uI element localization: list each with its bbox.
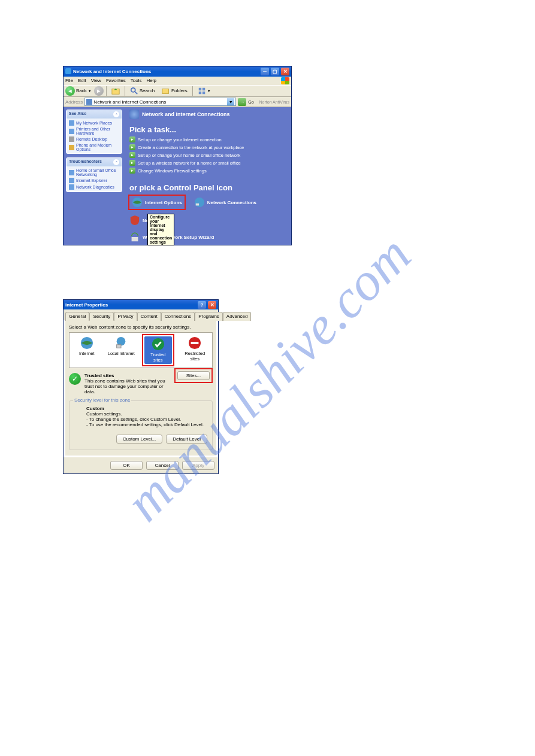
highlight-box: Sites... [174,368,213,383]
ok-button[interactable]: OK [110,461,143,470]
menu-file[interactable]: File [65,78,73,83]
sites-button[interactable]: Sites... [177,371,210,380]
phone-modem-icon [69,145,74,150]
menu-favorites[interactable]: Favorites [106,78,126,83]
zone-restricted-sites[interactable]: Restricted sites [181,336,208,364]
tooltip: Configure your Internet display and conn… [147,214,174,245]
cancel-button[interactable]: Cancel [146,461,179,470]
up-button[interactable] [109,86,122,96]
trusted-title: Trusted sites [84,373,170,378]
apply-button[interactable]: Apply [182,461,214,470]
help-icon [69,170,74,175]
network-connections-icon-link[interactable]: Network Connections [194,196,256,209]
tab-privacy[interactable]: Privacy [114,312,137,321]
zone-trusted-sites[interactable]: Trusted sites [144,336,172,364]
category-icon [129,110,139,119]
views-button[interactable]: ▼ [195,86,213,96]
custom-level-button[interactable]: Custom Level... [116,435,163,444]
close-button[interactable]: ✕ [281,68,289,75]
sidebar-item-network-places[interactable]: My Network Places [69,120,119,126]
close-button[interactable]: ✕ [208,301,216,309]
chevron-up-icon: ⌃ [113,111,119,117]
app-icon [65,68,71,74]
task-internet-connection[interactable]: ▸Set up or change your Internet connecti… [129,136,286,142]
menu-bar: File Edit View Favorites Tools Help [64,77,291,85]
item-label: Printers and Other Hardware [76,127,119,135]
tab-connections[interactable]: Connections [161,312,195,321]
svg-rect-5 [202,88,205,90]
troubleshooters-header[interactable]: Troubleshooters ⌃ [67,158,122,166]
main-header-label: Network and Internet Connections [142,111,230,117]
task-workplace-connection[interactable]: ▸Create a connection to the network at y… [129,144,286,150]
go-button[interactable]: → [238,98,246,106]
menu-tools[interactable]: Tools [131,78,142,83]
tab-advanced[interactable]: Advanced [223,312,252,321]
back-button[interactable]: ◄ Back ▼ [65,86,92,96]
task-label: Create a connection to the network at yo… [138,145,244,150]
views-dropdown-icon: ▼ [207,89,211,93]
address-dropdown-icon[interactable]: ▼ [227,98,234,105]
tab-general[interactable]: General [65,312,89,321]
side-panel: See Also ⌃ My Network Places Printers an… [64,107,125,245]
menu-edit[interactable]: Edit [78,78,86,83]
norton-label: Norton AntiVirus [259,100,289,104]
tab-content[interactable]: Content [137,312,161,321]
tab-body: Select a Web content zone to specify its… [65,320,216,456]
address-input[interactable]: Network and Internet Connections ▼ [84,98,236,106]
zone-local-intranet[interactable]: Local intranet [107,336,135,364]
task-label: Change Windows Firewall settings [138,168,207,174]
sidebar-item-remote-desktop[interactable]: Remote Desktop [69,136,119,142]
search-button[interactable]: Search [128,86,157,96]
item-label: Home or Small Office Networking [76,168,119,177]
default-level-button[interactable]: Default Level [166,435,207,444]
arrow-icon: ▸ [129,160,135,166]
see-also-header[interactable]: See Also ⌃ [67,110,122,119]
svg-rect-6 [199,92,201,94]
wireless-icon [129,232,140,242]
zone-internet[interactable]: Internet [73,336,101,364]
sidebar-item-home-network[interactable]: Home or Small Office Networking [69,168,119,177]
item-label: Internet Explorer [76,178,107,183]
titlebar[interactable]: Internet Properties ? ✕ [64,300,218,309]
globe-icon [132,197,143,208]
folders-icon [162,87,170,95]
nets-icon-link[interactable]: Nets Configure your Internet display and… [129,215,153,226]
sidebar-item-net-diag[interactable]: Network Diagnostics [69,184,119,190]
highlight-box: Trusted sites [142,334,174,366]
folders-button[interactable]: Folders [159,86,190,96]
item-label: Remote Desktop [76,137,107,141]
menu-view[interactable]: View [91,78,101,83]
help-icon [69,178,74,183]
printers-icon [69,129,74,134]
address-value: Network and Internet Connections [93,99,226,105]
sidebar-item-printers[interactable]: Printers and Other Hardware [69,127,119,135]
task-list: ▸Set up or change your Internet connecti… [125,135,291,175]
see-also-panel: See Also ⌃ My Network Places Printers an… [66,110,122,154]
custom-line: Custom settings. [86,411,207,417]
titlebar[interactable]: Network and Internet Connections ─ ▢ ✕ [64,66,291,77]
trusted-sites-info: ✓ Trusted sites This zone contains Web s… [69,373,170,394]
sidebar-item-ie[interactable]: Internet Explorer [69,178,119,183]
back-dropdown-icon[interactable]: ▼ [88,89,92,93]
svg-rect-3 [162,89,169,93]
zone-label: Local intranet [108,351,135,356]
help-button[interactable]: ? [198,301,206,309]
sidebar-item-phone-modem[interactable]: Phone and Modem Options [69,143,119,151]
network-icon [194,197,205,208]
tab-programs[interactable]: Programs [195,312,223,321]
forward-button[interactable]: ► [94,86,104,96]
svg-rect-4 [199,88,201,90]
minimize-button[interactable]: ─ [261,68,269,75]
icon-label: Network Connections [207,200,256,205]
folder-up-icon [111,87,120,95]
arrow-icon: ▸ [129,152,135,158]
internet-options-icon-link[interactable]: Internet Options [128,195,186,210]
task-home-network[interactable]: ▸Set up or change your home or small off… [129,152,286,158]
task-firewall[interactable]: ▸Change Windows Firewall settings [129,168,286,174]
task-label: Set up or change your Internet connectio… [138,137,222,142]
tab-security[interactable]: Security [89,312,114,321]
task-wireless-network[interactable]: ▸Set up a wireless network for a home or… [129,160,286,166]
maximize-button[interactable]: ▢ [271,68,279,75]
address-bar: Address Network and Internet Connections… [64,97,291,107]
menu-help[interactable]: Help [146,78,156,83]
